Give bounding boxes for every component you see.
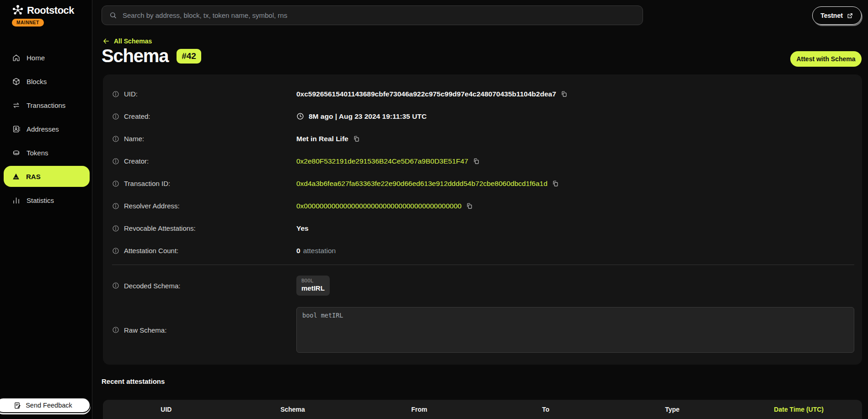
copy-icon[interactable] <box>466 202 473 209</box>
column-header-from[interactable]: From <box>356 406 482 413</box>
raw-schema-textarea[interactable]: bool metIRL <box>296 307 854 353</box>
column-header-type[interactable]: Type <box>609 406 736 413</box>
rootstock-logo[interactable]: Rootstock <box>12 5 74 16</box>
detail-row-transaction-id: Transaction ID: 0xd4a3b6fea627fa63363fe2… <box>112 172 854 195</box>
external-link-icon <box>847 12 853 19</box>
attestation-count-value: 0 <box>296 247 300 255</box>
sidebar-item-addresses[interactable]: Addresses <box>0 117 92 141</box>
column-header-datetime[interactable]: Date Time (UTC) <box>735 406 862 413</box>
search-bar[interactable] <box>102 5 643 25</box>
column-header-uid[interactable]: UID <box>103 406 230 413</box>
feedback-label: Send Feedback <box>26 402 72 409</box>
sidebar-item-label: Tokens <box>27 149 48 157</box>
uid-value: 0xc59265615401143689cbfe73046a922c975c99… <box>296 90 556 98</box>
detail-label: Revocable Attestations: <box>124 224 196 232</box>
info-icon[interactable] <box>112 90 119 98</box>
info-icon[interactable] <box>112 135 119 143</box>
sidebar-item-blocks[interactable]: Blocks <box>0 69 92 93</box>
sidebar-item-label: Addresses <box>27 125 59 133</box>
sidebar-nav: Home Blocks Transactions Addresses Token… <box>0 46 92 212</box>
info-icon[interactable] <box>112 202 119 210</box>
feedback-pencil-icon <box>14 402 21 409</box>
detail-row-resolver-address: Resolver Address: 0x00000000000000000000… <box>112 195 854 217</box>
attestation-count-suffix: attestation <box>303 247 336 255</box>
creator-address-link[interactable]: 0x2e80F532191de291536B24Ce5D67a9B0D3E51F… <box>296 157 468 165</box>
detail-label: Resolver Address: <box>124 202 180 210</box>
search-input[interactable] <box>122 11 635 20</box>
sidebar-item-ras[interactable]: RAS <box>4 166 90 187</box>
breadcrumb[interactable]: All Schemas <box>102 37 152 45</box>
sidebar: Rootstock MAINNET Home Blocks Transactio… <box>0 0 92 419</box>
decoded-schema-type: BOOL <box>301 278 325 284</box>
sidebar-item-label: Home <box>27 54 45 62</box>
info-icon[interactable] <box>112 247 119 255</box>
sidebar-item-home[interactable]: Home <box>0 46 92 69</box>
search-icon <box>109 11 117 19</box>
schema-details-card: UID: 0xc59265615401143689cbfe73046a922c9… <box>103 74 862 365</box>
detail-row-decoded-schema: Decoded Schema: BOOL metIRL <box>112 274 854 297</box>
column-header-schema[interactable]: Schema <box>230 406 356 413</box>
sidebar-item-label: Blocks <box>27 78 47 85</box>
decoded-schema-chip: BOOL metIRL <box>296 276 330 296</box>
sidebar-item-label: RAS <box>26 173 41 180</box>
detail-row-name: Name: Met in Real Life <box>112 127 854 150</box>
detail-row-attestation-count: Attestation Count: 0 attestation <box>112 239 854 262</box>
info-icon[interactable] <box>112 326 119 334</box>
addresses-icon <box>12 125 21 133</box>
transaction-id-link[interactable]: 0xd4a3b6fea627fa63363fe22e90d66ed613e912… <box>296 180 547 188</box>
resolver-address-link[interactable]: 0x00000000000000000000000000000000000000… <box>296 202 461 210</box>
info-icon[interactable] <box>112 282 119 289</box>
copy-icon[interactable] <box>473 158 480 164</box>
name-value: Met in Real Life <box>296 135 348 143</box>
breadcrumb-label: All Schemas <box>114 37 152 45</box>
blocks-icon <box>12 77 21 86</box>
network-switch-label: Testnet <box>820 12 843 19</box>
detail-label: Raw Schema: <box>124 326 166 334</box>
brand-name: Rootstock <box>27 5 74 16</box>
network-switch-button[interactable]: Testnet <box>812 6 862 25</box>
tokens-icon <box>12 149 21 157</box>
detail-row-created: Created: 8M ago | Aug 23 2024 19:11:35 U… <box>112 105 854 127</box>
detail-label: Attestation Count: <box>124 247 178 255</box>
detail-label: Transaction ID: <box>124 180 170 187</box>
attest-with-schema-button[interactable]: Attest with Schema <box>790 51 862 67</box>
copy-icon[interactable] <box>552 180 559 187</box>
detail-row-uid: UID: 0xc59265615401143689cbfe73046a922c9… <box>112 83 854 105</box>
detail-label: Created: <box>124 112 150 120</box>
copy-icon[interactable] <box>353 135 360 142</box>
info-icon[interactable] <box>112 180 119 187</box>
info-icon[interactable] <box>112 158 119 165</box>
ras-icon <box>12 172 20 180</box>
send-feedback-button[interactable]: Send Feedback <box>0 398 91 413</box>
transactions-icon <box>12 101 21 110</box>
section-divider <box>112 265 854 265</box>
column-header-to[interactable]: To <box>482 406 609 413</box>
info-icon[interactable] <box>112 225 119 232</box>
schema-number-badge: #42 <box>177 49 201 64</box>
rootstock-logo-icon <box>12 5 24 16</box>
sidebar-item-statistics[interactable]: Statistics <box>0 188 92 212</box>
revocable-value: Yes <box>296 224 309 233</box>
decoded-schema-name: metIRL <box>301 284 325 293</box>
sidebar-item-label: Statistics <box>27 196 54 204</box>
detail-label: Decoded Schema: <box>124 282 180 290</box>
title-row: Schema #42 <box>102 46 201 66</box>
page-title: Schema <box>102 46 168 66</box>
sidebar-item-transactions[interactable]: Transactions <box>0 93 92 117</box>
statistics-icon <box>12 196 21 205</box>
sidebar-item-label: Transactions <box>27 101 65 109</box>
home-icon <box>12 53 21 62</box>
detail-label: UID: <box>124 90 138 98</box>
recent-attestations-heading: Recent attestations <box>102 377 165 385</box>
copy-icon[interactable] <box>561 90 568 97</box>
info-icon[interactable] <box>112 113 119 120</box>
detail-label: Creator: <box>124 157 149 165</box>
detail-row-creator: Creator: 0x2e80F532191de291536B24Ce5D67a… <box>112 150 854 172</box>
back-arrow-icon <box>102 37 110 45</box>
clock-icon <box>296 112 304 120</box>
detail-row-revocable: Revocable Attestations: Yes <box>112 217 854 239</box>
sidebar-item-tokens[interactable]: Tokens <box>0 141 92 164</box>
created-value: 8M ago | Aug 23 2024 19:11:35 UTC <box>309 112 427 121</box>
detail-row-raw-schema: Raw Schema: bool metIRL <box>112 307 854 353</box>
network-badge: MAINNET <box>12 19 44 27</box>
